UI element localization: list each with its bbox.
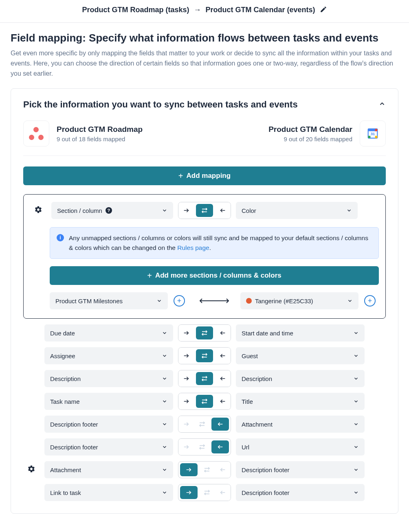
chevron-down-icon [162,444,167,450]
direction-both-button[interactable] [196,326,213,339]
field-left-label: Attachment [50,466,81,473]
section-right-select[interactable]: Color [236,202,358,219]
chevron-down-icon [353,353,359,359]
field-left-select[interactable]: Description [44,370,173,387]
chevron-down-icon [162,208,167,213]
direction-right-button[interactable] [178,416,194,432]
direction-left-button[interactable] [215,393,231,409]
source-right-name: Product GTM Calendar [268,125,352,134]
field-right-select[interactable]: Description [236,370,365,387]
info-icon: i [57,234,64,241]
direction-right-button[interactable] [178,393,194,409]
direction-toggle[interactable] [178,393,231,410]
sub-right-select[interactable]: Tangerine (#E25C33) [240,292,358,309]
field-left-label: Description footer [50,444,98,451]
direction-right-button[interactable] [178,202,194,219]
help-icon[interactable]: ? [106,207,112,214]
field-left-select[interactable]: Attachment [44,461,173,478]
direction-right-button[interactable] [178,348,194,364]
direction-right-button[interactable] [180,463,198,476]
direction-left-button[interactable] [215,202,231,219]
field-right-label: Description [242,375,272,382]
field-left-label: Description footer [50,421,98,428]
field-left-label: Task name [50,398,80,405]
source-left-name: Product GTM Roadmap [57,125,143,134]
direction-left-button[interactable] [211,440,229,453]
chevron-down-icon [353,398,359,404]
breadcrumb-arrow-icon: → [191,6,203,14]
chevron-down-icon [353,376,359,381]
direction-left-button[interactable] [215,370,231,387]
direction-both-button[interactable] [199,462,215,478]
direction-toggle[interactable] [178,416,231,433]
direction-right-button[interactable] [180,486,198,499]
direction-both-button[interactable] [196,349,213,362]
field-left-select[interactable]: Link to task [44,484,173,501]
field-right-select[interactable]: Guest [236,347,365,364]
direction-both-button[interactable] [196,372,213,385]
direction-both-button[interactable] [199,484,215,501]
sub-left-label: Product GTM Milestones [55,298,123,304]
direction-right-button[interactable] [178,439,194,455]
field-left-label: Assignee [50,352,75,359]
info-text-end: . [209,244,211,251]
direction-left-button[interactable] [215,484,231,501]
direction-toggle[interactable] [178,484,231,501]
field-right-select[interactable]: Description footer [236,461,365,478]
direction-toggle[interactable] [178,202,231,219]
add-more-sections-button[interactable]: + Add more sections / columns & colors [50,266,379,285]
gear-icon[interactable] [34,206,42,215]
field-right-select[interactable]: Description footer [236,484,365,501]
direction-right-button[interactable] [178,370,194,387]
gear-icon[interactable] [27,465,35,475]
direction-left-button[interactable] [211,418,229,431]
direction-both-button[interactable] [194,439,210,455]
chevron-down-icon [353,444,359,450]
source-left: Product GTM Roadmap 9 out of 18 fields m… [23,120,143,147]
mapping-row: AssigneeGuest [23,347,386,364]
page-title: Field mapping: Specify what information … [11,32,398,44]
direction-left-button[interactable] [215,325,231,341]
svg-rect-4 [375,129,378,131]
field-right-select[interactable]: Title [236,393,365,410]
field-left-select[interactable]: Description footer [44,416,173,433]
chevron-down-icon [346,208,352,213]
collapse-icon[interactable] [378,100,386,109]
direction-left-button[interactable] [215,462,231,478]
mapping-row: Description footerUrl [23,438,386,455]
direction-toggle[interactable] [178,438,231,455]
direction-left-button[interactable] [215,348,231,364]
rules-page-link[interactable]: Rules page [177,244,209,251]
chevron-down-icon [162,421,167,427]
direction-both-button[interactable] [196,395,213,408]
add-sub-right-button[interactable]: + [364,295,376,307]
section-left-select[interactable]: Section / column ? [51,202,173,219]
field-left-select[interactable]: Task name [44,393,173,410]
field-left-select[interactable]: Due date [44,324,173,342]
direction-right-button[interactable] [178,325,194,341]
edit-icon[interactable] [320,6,327,15]
direction-both-button[interactable] [196,204,213,217]
add-more-label: Add more sections / columns & colors [155,271,281,280]
field-left-select[interactable]: Assignee [44,347,173,364]
field-right-select[interactable]: Start date and time [236,324,365,342]
add-mapping-button[interactable]: + Add mapping [23,166,386,185]
direction-toggle[interactable] [178,461,231,478]
svg-rect-2 [375,136,378,138]
source-right-sub: 9 out of 20 fields mapped [268,136,352,142]
sub-left-select[interactable]: Product GTM Milestones [50,292,168,309]
direction-both-button[interactable] [194,416,210,432]
field-right-label: Start date and time [242,330,293,337]
chevron-down-icon [353,467,359,473]
breadcrumb-right: Product GTM Calendar (events) [206,6,315,14]
field-mapping-card: Pick the information you want to sync be… [11,88,398,514]
direction-toggle[interactable] [178,370,231,387]
add-sub-left-button[interactable]: + [174,295,185,307]
breadcrumb-left: Product GTM Roadmap (tasks) [82,6,189,14]
field-left-select[interactable]: Description footer [44,438,173,455]
field-right-select[interactable]: Attachment [236,416,365,433]
direction-toggle[interactable] [178,347,231,364]
field-right-select[interactable]: Url [236,438,365,455]
direction-toggle[interactable] [178,324,231,342]
source-left-sub: 9 out of 18 fields mapped [57,136,143,142]
